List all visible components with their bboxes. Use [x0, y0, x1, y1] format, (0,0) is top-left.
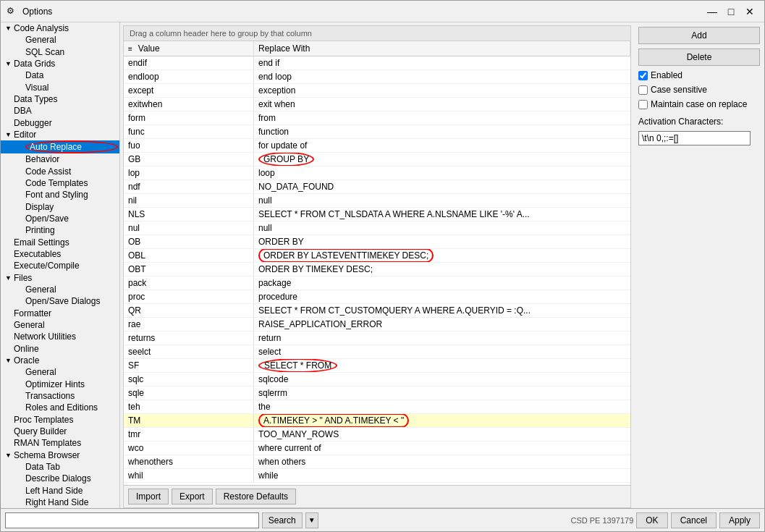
- table-row[interactable]: OB ORDER BY: [124, 235, 630, 249]
- table-row[interactable]: lop loop: [124, 166, 630, 180]
- table-row[interactable]: form from: [124, 111, 630, 125]
- sidebar-item-query-builder[interactable]: Query Builder: [1, 426, 119, 437]
- maintain-case-checkbox[interactable]: [638, 100, 648, 109]
- case-sensitive-checkbox[interactable]: [638, 85, 648, 95]
- maximize-button[interactable]: □: [722, 4, 740, 19]
- sidebar-item-general-2[interactable]: General: [1, 284, 119, 295]
- sidebar-item-execute-compile[interactable]: Execute/Compile: [1, 260, 119, 271]
- sidebar-item-dba[interactable]: DBA: [1, 105, 119, 117]
- search-dropdown-button[interactable]: ▼: [305, 512, 318, 528]
- import-button[interactable]: Import: [128, 489, 169, 504]
- maintain-case-checkbox-row: Maintain case on replace: [638, 99, 760, 109]
- cell-value: nul: [124, 221, 254, 235]
- sidebar-item-behavior[interactable]: Behavior: [1, 153, 119, 165]
- sidebar-item-font-and-styling[interactable]: Font and Styling: [1, 189, 119, 200]
- case-sensitive-checkbox-row: Case sensitive: [638, 85, 760, 95]
- sidebar-item-rman-templates[interactable]: RMAN Templates: [1, 437, 119, 449]
- sidebar-item-transactions[interactable]: Transactions: [1, 390, 119, 402]
- sidebar-item-describe-dialogs[interactable]: Describe Dialogs: [1, 473, 119, 484]
- restore-defaults-button[interactable]: Restore Defaults: [216, 489, 296, 504]
- sidebar-item-data[interactable]: Data: [1, 69, 119, 81]
- sidebar-item-display[interactable]: Display: [1, 201, 119, 213]
- sidebar-item-proc-templates[interactable]: Proc Templates: [1, 414, 119, 426]
- table-row[interactable]: nul null: [124, 221, 630, 235]
- table-row[interactable]: rae RAISE_APPLICATION_ERROR: [124, 318, 630, 332]
- sidebar-item-debugger[interactable]: Debugger: [1, 117, 119, 129]
- table-row[interactable]: pack package: [124, 276, 630, 290]
- sidebar-item-sql-scan[interactable]: SQL Scan: [1, 46, 119, 58]
- table-row[interactable]: OBT ORDER BY TIMEKEY DESC;: [124, 263, 630, 276]
- sidebar-item-general-4[interactable]: General: [1, 366, 119, 378]
- table-row[interactable]: ndf NO_DATA_FOUND: [124, 180, 630, 194]
- table-row[interactable]: GB GROUP BY: [124, 153, 630, 166]
- table-row[interactable]: wco where current of: [124, 442, 630, 455]
- sidebar-item-schema-browser[interactable]: ▼ Schema Browser: [1, 449, 119, 460]
- table-row[interactable]: exitwhen exit when: [124, 98, 630, 111]
- sidebar-item-printing[interactable]: Printing: [1, 224, 119, 236]
- sidebar-item-executables[interactable]: Executables: [1, 248, 119, 260]
- oval-mark: GROUP BY: [258, 153, 314, 166]
- sidebar-item-general-3[interactable]: General: [1, 319, 119, 331]
- sidebar-item-auto-replace[interactable]: Auto Replace: [1, 140, 119, 153]
- table-row[interactable]: NLS SELECT * FROM CT_NLSDATA A WHERE A.N…: [124, 208, 630, 221]
- table-row[interactable]: teh the: [124, 400, 630, 414]
- sidebar-item-data-types[interactable]: Data Types: [1, 93, 119, 105]
- ok-button[interactable]: OK: [636, 512, 667, 528]
- table-row-highlighted[interactable]: TM A.TIMEKEY > " AND A.TIMEKEY < ": [124, 414, 630, 428]
- close-button[interactable]: ✕: [741, 4, 758, 19]
- sidebar-item-network-utilities[interactable]: Network Utilities: [1, 331, 119, 342]
- table-row[interactable]: nil null: [124, 194, 630, 208]
- sidebar-item-oracle[interactable]: ▼ Oracle: [1, 355, 119, 366]
- table-body[interactable]: endif end if endloop end loop except exc…: [124, 56, 630, 485]
- sidebar-item-code-templates[interactable]: Code Templates: [1, 177, 119, 189]
- cancel-button[interactable]: Cancel: [671, 512, 717, 528]
- table-row[interactable]: SF SELECT * FROM: [124, 359, 630, 373]
- sidebar-item-files[interactable]: ▼ Files: [1, 272, 119, 284]
- sidebar-item-email-settings[interactable]: Email Settings: [1, 237, 119, 248]
- sidebar-item-roles-and-editions[interactable]: Roles and Editions: [1, 402, 119, 413]
- sidebar-item-open-save-dialogs[interactable]: Open/Save Dialogs: [1, 295, 119, 307]
- table-row[interactable]: fuo for update of: [124, 139, 630, 153]
- sidebar-item-optimizer-hints[interactable]: Optimizer Hints: [1, 379, 119, 390]
- table-row[interactable]: QR SELECT * FROM CT_CUSTOMQUERY A WHERE …: [124, 304, 630, 318]
- search-input[interactable]: [5, 512, 259, 528]
- table-row[interactable]: endif end if: [124, 56, 630, 70]
- table-row[interactable]: seelct select: [124, 345, 630, 359]
- table-row[interactable]: func function: [124, 125, 630, 139]
- table-row[interactable]: OBL ORDER BY LASTEVENTTIMEKEY DESC;: [124, 249, 630, 263]
- table-row[interactable]: tmr TOO_MANY_ROWS: [124, 428, 630, 442]
- cell-replace: SELECT * FROM CT_NLSDATA A WHERE A.NLSNA…: [254, 208, 630, 221]
- table-row[interactable]: whil while: [124, 469, 630, 483]
- table-row[interactable]: sqlc sqlcode: [124, 373, 630, 387]
- sidebar-item-open-save[interactable]: Open/Save: [1, 213, 119, 224]
- delete-button[interactable]: Delete: [638, 48, 760, 66]
- sidebar-item-visual[interactable]: Visual: [1, 82, 119, 93]
- add-button[interactable]: Add: [638, 27, 760, 44]
- search-button[interactable]: Search: [262, 512, 303, 528]
- sidebar-item-data-tab[interactable]: Data Tab: [1, 461, 119, 473]
- table-row[interactable]: except exception: [124, 84, 630, 98]
- sidebar-item-code-analysis[interactable]: ▼ Code Analysis: [1, 22, 119, 34]
- cell-replace: loop: [254, 166, 630, 180]
- sidebar-item-editor[interactable]: ▼ Editor: [1, 129, 119, 140]
- minimize-button[interactable]: —: [703, 4, 721, 19]
- table-row[interactable]: returns return: [124, 332, 630, 345]
- activation-characters-input[interactable]: [638, 131, 751, 145]
- apply-button[interactable]: Apply: [719, 512, 760, 528]
- cell-value: nil: [124, 194, 254, 207]
- enabled-checkbox[interactable]: [638, 71, 648, 80]
- table-row[interactable]: sqle sqlerrm: [124, 387, 630, 400]
- sidebar-item-code-assist[interactable]: Code Assist: [1, 166, 119, 177]
- table-row[interactable]: proc procedure: [124, 290, 630, 304]
- sidebar-item-left-hand-side[interactable]: Left Hand Side: [1, 484, 119, 496]
- sidebar-item-online[interactable]: Online: [1, 343, 119, 355]
- cell-value: seelct: [124, 345, 254, 358]
- sidebar-item-formatter[interactable]: Formatter: [1, 308, 119, 319]
- table-row[interactable]: endloop end loop: [124, 70, 630, 84]
- sidebar-item-right-hand-side[interactable]: Right Hand Side: [1, 497, 119, 508]
- export-button[interactable]: Export: [172, 489, 213, 504]
- table-row[interactable]: whenothers when others: [124, 455, 630, 469]
- sidebar-item-general-1[interactable]: General: [1, 34, 119, 46]
- sidebar-item-data-grids[interactable]: ▼ Data Grids: [1, 58, 119, 69]
- sidebar-item-label: Files: [14, 273, 118, 283]
